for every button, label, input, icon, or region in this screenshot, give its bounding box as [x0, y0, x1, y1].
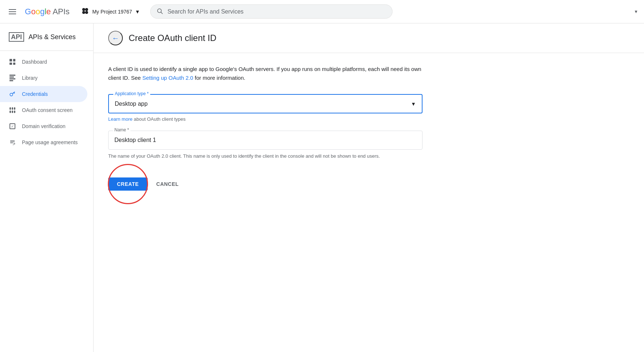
sidebar-item-page-usage[interactable]: Page usage agreements	[0, 134, 87, 150]
sidebar-item-label: Domain verification	[22, 123, 65, 129]
sidebar-item-oauth[interactable]: OAuth consent screen	[0, 102, 87, 118]
search-icon	[156, 8, 163, 15]
sidebar-header: API APIs & Services	[0, 26, 93, 51]
sidebar-item-label: Credentials	[22, 91, 48, 97]
api-badge: API	[9, 32, 24, 42]
page-title: Create OAuth client ID	[129, 33, 216, 43]
dashboard-icon	[9, 58, 16, 65]
sidebar-item-label: Page usage agreements	[22, 139, 78, 145]
back-button[interactable]: ←	[108, 31, 123, 45]
sidebar-item-domain[interactable]: ✓ Domain verification	[0, 118, 87, 134]
project-name: My Project 19767	[92, 9, 132, 15]
page-icon	[9, 139, 16, 146]
sidebar: API APIs & Services Dashboard Library	[0, 23, 94, 352]
domain-icon: ✓	[9, 123, 16, 130]
learn-more-text: Learn more about OAuth client types	[108, 116, 423, 122]
content-body: A client ID is used to identify a single…	[94, 53, 644, 202]
name-form-group: Name * The name of your OAuth 2.0 client…	[108, 131, 423, 160]
buttons-area: CREATE CANCEL	[108, 177, 629, 191]
app-type-select-container: Application type * Desktop app Web appli…	[108, 94, 423, 113]
project-dots-icon	[81, 7, 89, 16]
create-button-wrapper: CREATE	[108, 177, 148, 191]
sidebar-item-credentials[interactable]: Credentials	[0, 86, 87, 102]
main-layout: API APIs & Services Dashboard Library	[0, 23, 644, 352]
app-type-label: Application type *	[113, 91, 150, 96]
svg-point-2	[82, 11, 85, 14]
cancel-button[interactable]: CANCEL	[154, 177, 182, 191]
learn-more-link[interactable]: Learn more	[108, 116, 132, 122]
search-placeholder: Search for APIs and Services	[167, 8, 243, 15]
project-dropdown-icon: ▼	[135, 9, 140, 15]
sidebar-nav: Dashboard Library Credentials	[0, 51, 93, 150]
key-icon	[9, 90, 16, 98]
content-header: ← Create OAuth client ID	[94, 23, 644, 53]
name-helper-text: The name of your OAuth 2.0 client. This …	[108, 153, 423, 160]
oauth-setup-link[interactable]: Setting up OAuth 2.0	[142, 75, 193, 81]
svg-line-11	[13, 145, 14, 145]
project-selector[interactable]: My Project 19767 ▼	[77, 5, 144, 18]
search-bar[interactable]: Search for APIs and Services	[150, 4, 392, 19]
google-logo: Google APIs	[25, 7, 69, 16]
description-text: A client ID is used to identify a single…	[108, 65, 423, 82]
name-input[interactable]	[109, 131, 422, 149]
create-button[interactable]: CREATE	[108, 177, 148, 191]
nav-dropdown-icon[interactable]: ▼	[634, 9, 638, 14]
svg-point-1	[85, 8, 88, 11]
hamburger-menu[interactable]	[6, 6, 19, 17]
library-icon	[9, 74, 16, 82]
sidebar-item-label: OAuth consent screen	[22, 107, 73, 113]
app-type-form-group: Application type * Desktop app Web appli…	[108, 94, 423, 122]
svg-point-0	[82, 8, 85, 11]
sidebar-item-dashboard[interactable]: Dashboard	[0, 54, 87, 70]
svg-point-3	[85, 11, 88, 14]
sidebar-item-label: Library	[22, 75, 38, 81]
sidebar-item-library[interactable]: Library	[0, 70, 87, 86]
svg-line-5	[161, 12, 163, 14]
content-area: ← Create OAuth client ID A client ID is …	[94, 23, 644, 352]
oauth-icon	[9, 106, 16, 114]
top-nav: Google APIs My Project 19767 ▼ Search fo…	[0, 0, 644, 23]
sidebar-title: APIs & Services	[29, 33, 76, 41]
name-label: Name *	[113, 127, 130, 132]
sidebar-item-label: Dashboard	[22, 59, 47, 65]
svg-point-10	[14, 143, 15, 144]
name-input-container: Name *	[108, 131, 423, 150]
app-type-select[interactable]: Desktop app Web application iOS Android …	[109, 95, 422, 113]
